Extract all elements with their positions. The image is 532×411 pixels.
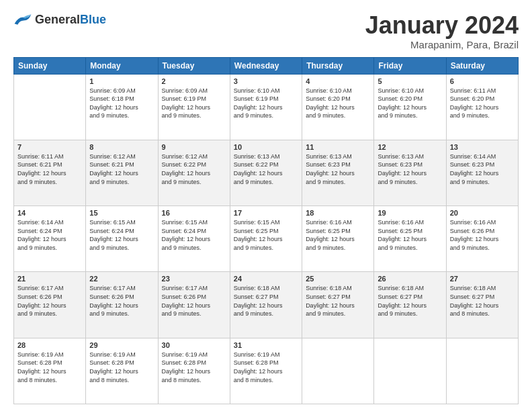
calendar-cell: 26Sunrise: 6:18 AM Sunset: 6:27 PM Dayli… [374, 272, 446, 338]
calendar-cell: 4Sunrise: 6:10 AM Sunset: 6:20 PM Daylig… [302, 74, 374, 140]
day-info: Sunrise: 6:17 AM Sunset: 6:26 PM Dayligh… [89, 284, 154, 318]
calendar-subtitle: Marapanim, Para, Brazil [365, 39, 519, 50]
calendar-cell: 17Sunrise: 6:15 AM Sunset: 6:25 PM Dayli… [230, 206, 302, 272]
calendar-cell: 29Sunrise: 6:19 AM Sunset: 6:28 PM Dayli… [86, 338, 158, 404]
day-number: 5 [378, 77, 442, 85]
calendar-cell [14, 74, 86, 140]
calendar-cell [446, 338, 518, 404]
day-number: 31 [234, 341, 298, 349]
day-info: Sunrise: 6:13 AM Sunset: 6:22 PM Dayligh… [234, 152, 298, 186]
calendar-table: SundayMondayTuesdayWednesdayThursdayFrid… [13, 57, 519, 404]
calendar-cell: 13Sunrise: 6:14 AM Sunset: 6:23 PM Dayli… [446, 140, 518, 205]
day-number: 24 [234, 275, 298, 283]
week-row-1: 1Sunrise: 6:09 AM Sunset: 6:18 PM Daylig… [14, 74, 519, 140]
logo-blue: Blue [80, 13, 106, 26]
calendar-cell: 22Sunrise: 6:17 AM Sunset: 6:26 PM Dayli… [86, 272, 158, 338]
day-info: Sunrise: 6:17 AM Sunset: 6:26 PM Dayligh… [17, 284, 82, 318]
day-number: 19 [378, 209, 442, 217]
calendar-cell: 16Sunrise: 6:15 AM Sunset: 6:24 PM Dayli… [158, 206, 230, 272]
calendar-cell [302, 338, 374, 404]
day-number: 10 [234, 143, 298, 151]
calendar-cell: 14Sunrise: 6:14 AM Sunset: 6:24 PM Dayli… [14, 206, 86, 272]
calendar-cell: 24Sunrise: 6:18 AM Sunset: 6:27 PM Dayli… [230, 272, 302, 338]
day-number: 11 [306, 143, 370, 151]
day-number: 21 [17, 275, 82, 283]
calendar-cell: 5Sunrise: 6:10 AM Sunset: 6:20 PM Daylig… [374, 74, 446, 140]
calendar-cell: 9Sunrise: 6:12 AM Sunset: 6:22 PM Daylig… [158, 140, 230, 205]
day-info: Sunrise: 6:10 AM Sunset: 6:20 PM Dayligh… [378, 87, 442, 120]
calendar-cell: 8Sunrise: 6:12 AM Sunset: 6:21 PM Daylig… [86, 140, 158, 205]
day-info: Sunrise: 6:18 AM Sunset: 6:27 PM Dayligh… [234, 284, 298, 318]
day-number: 20 [450, 209, 515, 217]
day-info: Sunrise: 6:17 AM Sunset: 6:26 PM Dayligh… [162, 284, 226, 318]
day-info: Sunrise: 6:11 AM Sunset: 6:21 PM Dayligh… [17, 152, 82, 186]
week-row-3: 14Sunrise: 6:14 AM Sunset: 6:24 PM Dayli… [14, 206, 519, 272]
calendar-cell: 21Sunrise: 6:17 AM Sunset: 6:26 PM Dayli… [14, 272, 86, 338]
day-info: Sunrise: 6:18 AM Sunset: 6:27 PM Dayligh… [378, 284, 442, 318]
calendar-cell: 30Sunrise: 6:19 AM Sunset: 6:28 PM Dayli… [158, 338, 230, 404]
calendar-cell: 18Sunrise: 6:16 AM Sunset: 6:25 PM Dayli… [302, 206, 374, 272]
day-info: Sunrise: 6:11 AM Sunset: 6:20 PM Dayligh… [450, 87, 515, 120]
day-number: 26 [378, 275, 442, 283]
calendar-title: January 2024 [365, 12, 519, 39]
calendar-cell: 31Sunrise: 6:19 AM Sunset: 6:28 PM Dayli… [230, 338, 302, 404]
day-number: 2 [162, 77, 226, 85]
col-header-saturday: Saturday [446, 57, 518, 74]
calendar-cell: 28Sunrise: 6:19 AM Sunset: 6:28 PM Dayli… [14, 338, 86, 404]
calendar-cell: 3Sunrise: 6:10 AM Sunset: 6:19 PM Daylig… [230, 74, 302, 140]
day-number: 28 [17, 341, 82, 349]
day-info: Sunrise: 6:14 AM Sunset: 6:23 PM Dayligh… [450, 152, 515, 186]
logo-general: General [35, 13, 80, 26]
title-area: January 2024 Marapanim, Para, Brazil [365, 12, 519, 50]
calendar-cell: 1Sunrise: 6:09 AM Sunset: 6:18 PM Daylig… [86, 74, 158, 140]
day-info: Sunrise: 6:19 AM Sunset: 6:28 PM Dayligh… [89, 351, 154, 384]
day-info: Sunrise: 6:16 AM Sunset: 6:26 PM Dayligh… [450, 218, 515, 252]
week-row-2: 7Sunrise: 6:11 AM Sunset: 6:21 PM Daylig… [14, 140, 519, 205]
col-header-tuesday: Tuesday [158, 57, 230, 74]
day-number: 8 [89, 143, 154, 151]
calendar-cell: 6Sunrise: 6:11 AM Sunset: 6:20 PM Daylig… [446, 74, 518, 140]
day-number: 15 [89, 209, 154, 217]
day-info: Sunrise: 6:15 AM Sunset: 6:24 PM Dayligh… [89, 218, 154, 252]
day-info: Sunrise: 6:13 AM Sunset: 6:23 PM Dayligh… [378, 152, 442, 186]
day-info: Sunrise: 6:10 AM Sunset: 6:20 PM Dayligh… [306, 87, 370, 120]
day-number: 3 [234, 77, 298, 85]
calendar-cell: 11Sunrise: 6:13 AM Sunset: 6:23 PM Dayli… [302, 140, 374, 205]
day-info: Sunrise: 6:19 AM Sunset: 6:28 PM Dayligh… [162, 351, 226, 384]
day-number: 23 [162, 275, 226, 283]
day-number: 12 [378, 143, 442, 151]
calendar-cell: 25Sunrise: 6:18 AM Sunset: 6:27 PM Dayli… [302, 272, 374, 338]
day-info: Sunrise: 6:10 AM Sunset: 6:19 PM Dayligh… [234, 87, 298, 120]
day-info: Sunrise: 6:16 AM Sunset: 6:25 PM Dayligh… [378, 218, 442, 252]
day-info: Sunrise: 6:16 AM Sunset: 6:25 PM Dayligh… [306, 218, 370, 252]
day-info: Sunrise: 6:15 AM Sunset: 6:25 PM Dayligh… [234, 218, 298, 252]
calendar-cell: 12Sunrise: 6:13 AM Sunset: 6:23 PM Dayli… [374, 140, 446, 205]
day-number: 18 [306, 209, 370, 217]
day-info: Sunrise: 6:13 AM Sunset: 6:23 PM Dayligh… [306, 152, 370, 186]
day-info: Sunrise: 6:12 AM Sunset: 6:21 PM Dayligh… [89, 152, 154, 186]
calendar-cell: 2Sunrise: 6:09 AM Sunset: 6:19 PM Daylig… [158, 74, 230, 140]
day-info: Sunrise: 6:09 AM Sunset: 6:19 PM Dayligh… [162, 87, 226, 120]
calendar-cell: 7Sunrise: 6:11 AM Sunset: 6:21 PM Daylig… [14, 140, 86, 205]
calendar-cell: 20Sunrise: 6:16 AM Sunset: 6:26 PM Dayli… [446, 206, 518, 272]
day-number: 9 [162, 143, 226, 151]
calendar-cell [374, 338, 446, 404]
day-info: Sunrise: 6:12 AM Sunset: 6:22 PM Dayligh… [162, 152, 226, 186]
header-row: SundayMondayTuesdayWednesdayThursdayFrid… [14, 57, 519, 74]
calendar-cell: 15Sunrise: 6:15 AM Sunset: 6:24 PM Dayli… [86, 206, 158, 272]
day-number: 30 [162, 341, 226, 349]
day-number: 22 [89, 275, 154, 283]
logo: GeneralBlue [13, 12, 106, 27]
day-number: 25 [306, 275, 370, 283]
day-number: 13 [450, 143, 515, 151]
day-info: Sunrise: 6:14 AM Sunset: 6:24 PM Dayligh… [17, 218, 82, 252]
day-number: 27 [450, 275, 515, 283]
week-row-5: 28Sunrise: 6:19 AM Sunset: 6:28 PM Dayli… [14, 338, 519, 404]
col-header-wednesday: Wednesday [230, 57, 302, 74]
calendar-cell: 10Sunrise: 6:13 AM Sunset: 6:22 PM Dayli… [230, 140, 302, 205]
logo-icon [13, 12, 32, 27]
calendar-cell: 23Sunrise: 6:17 AM Sunset: 6:26 PM Dayli… [158, 272, 230, 338]
col-header-sunday: Sunday [14, 57, 86, 74]
day-info: Sunrise: 6:09 AM Sunset: 6:18 PM Dayligh… [89, 87, 154, 120]
day-number: 6 [450, 77, 515, 85]
